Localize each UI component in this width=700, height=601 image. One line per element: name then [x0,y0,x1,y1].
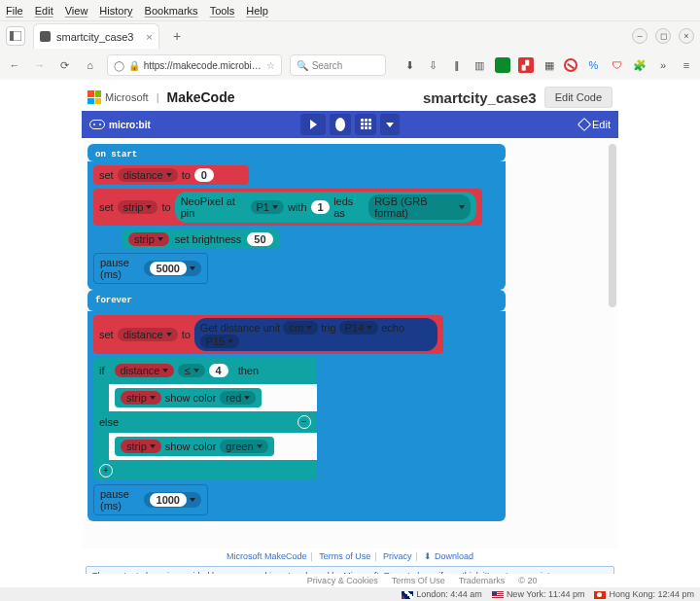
var-strip-dd[interactable]: strip [118,200,158,214]
workspace-scrollbar[interactable] [609,144,616,307]
var-distance-dd-3[interactable]: distance [115,364,175,377]
var-distance-dd[interactable]: distance [118,168,178,182]
menu-history[interactable]: History [99,5,132,17]
library-icon[interactable]: ||| [448,57,464,73]
edit-code-button[interactable]: Edit Code [544,87,612,108]
blocks-workspace[interactable]: on start set distance to 0 set strip [82,138,618,548]
else-label: else [99,416,119,428]
pause-5000-dd[interactable]: 5000 [144,261,201,276]
if-label: if [99,365,105,376]
nav-reload-button[interactable]: ⟳ [56,56,74,74]
menu-edit[interactable]: Edit [35,5,53,17]
menu-view[interactable]: View [65,5,88,17]
value-1[interactable]: 1 [311,200,331,214]
pin-p1-dd[interactable]: P1 [251,200,284,214]
sim-snapshot-button[interactable] [355,114,376,135]
value-4[interactable]: 4 [209,364,228,377]
compare-block[interactable]: distance ≤ 4 [109,361,234,380]
var-strip-dd-4[interactable]: strip [121,440,161,453]
downloads-tray-icon[interactable]: ⇩ [425,57,440,73]
extension-red-icon[interactable]: ▞ [518,57,534,73]
microbit-bar: micro:bit Edit [82,111,618,138]
footer-copyright: © 20 [518,576,537,585]
menu-file[interactable]: File [6,5,23,17]
nav-forward-button[interactable]: → [31,56,49,74]
strip-set-brightness[interactable]: strip set brightness 50 [122,230,500,249]
nav-back-button[interactable]: ← [6,56,23,74]
if-else-block[interactable]: if distance ≤ 4 then strip [93,358,317,480]
browser-tab[interactable]: smartcity_case3 × [33,23,159,49]
extension-green-icon[interactable] [495,57,510,73]
color-green-dd[interactable]: green [220,440,267,453]
on-start-block[interactable]: on start set distance to 0 set strip [88,144,506,290]
forever-label: forever [95,296,132,305]
op-le-dd[interactable]: ≤ [178,364,204,377]
pause-1000-dd[interactable]: 1000 [144,492,201,508]
set-strip-neopixel[interactable]: set strip to NeoPixel at pin P1 with 1 l… [93,189,482,226]
footer-privacy-cookies[interactable]: Privacy & Cookies [307,576,378,585]
extension-shield-icon[interactable]: 🛡 [609,57,624,73]
sim-restart-button[interactable] [330,114,351,135]
header-divider: | [157,91,159,103]
tab-title: smartcity_case3 [56,31,140,43]
microbit-logo[interactable]: micro:bit [89,120,151,130]
edit-button[interactable]: Edit [579,119,611,130]
set-distance-0[interactable]: set distance to 0 [93,165,249,185]
sidebar-toggle-button[interactable] [6,26,25,46]
play-button[interactable] [300,114,326,135]
unit-cm-dd[interactable]: cm [283,321,318,335]
nav-home-button[interactable]: ⌂ [82,56,99,74]
pause-5000[interactable]: pause (ms) 5000 [93,253,208,284]
add-else-if-button[interactable]: + [99,464,113,477]
neopixel-create[interactable]: NeoPixel at pin P1 with 1 leds as RGB (G… [175,192,476,223]
pause-1000[interactable]: pause (ms) 1000 [93,484,208,515]
strip-show-green[interactable]: strip show color green [115,437,274,456]
value-0[interactable]: 0 [194,168,214,182]
clock-hongkong: Hong Kong: 12:44 pm [594,589,694,599]
search-box[interactable]: 🔍 Search [290,54,387,76]
menu-tools[interactable]: Tools [210,5,235,17]
color-red-dd[interactable]: red [220,391,256,405]
extension-puzzle-icon[interactable]: 🧩 [632,57,648,73]
trig-p14-dd[interactable]: P14 [339,321,379,335]
footer-tou[interactable]: Terms Of Use [392,576,445,585]
overflow-chevrons-icon[interactable]: » [655,57,671,73]
reader-icon[interactable]: ▥ [472,57,487,73]
window-minimize-button[interactable]: – [632,28,648,44]
var-distance-dd-2[interactable]: distance [118,328,178,341]
get-distance-reporter[interactable]: Get distance unit cm trig P14 echo P15 [194,318,438,351]
remove-else-button[interactable]: − [298,415,311,429]
makecode-text: MakeCode [166,89,234,105]
menu-help[interactable]: Help [246,5,268,17]
browser-menubar: File Edit View History Bookmarks Tools H… [0,0,700,21]
sim-more-button[interactable] [380,114,400,135]
echo-p15-dd[interactable]: P15 [200,335,240,348]
lock-icon: 🔒 [128,60,140,71]
window-close-button[interactable]: × [679,28,694,44]
value-50[interactable]: 50 [247,232,272,246]
extension-grid-icon[interactable]: ▦ [542,57,557,73]
shield-icon: ◯ [114,60,124,71]
extension-link-icon[interactable]: % [585,57,601,73]
url-bar[interactable]: ◯ 🔒 https://makecode.microbit.org ☆ [107,54,282,76]
new-tab-button[interactable]: + [167,26,187,46]
footer-terms-link[interactable]: Terms of Use [319,551,370,561]
footer-privacy-link[interactable]: Privacy [383,551,412,561]
menu-bookmarks[interactable]: Bookmarks [145,5,198,17]
footer-tm[interactable]: Trademarks [459,576,506,585]
footer-download-link[interactable]: Download [435,551,473,561]
strip-show-red[interactable]: strip show color red [115,388,262,407]
download-icon[interactable]: ⬇ [402,57,417,73]
noentry-icon[interactable] [564,58,578,72]
tab-close-icon[interactable]: × [146,30,153,43]
rgb-format-dd[interactable]: RGB (GRB format) [368,194,471,220]
var-strip-dd-3[interactable]: strip [121,391,161,405]
window-maximize-button[interactable]: ◻ [655,28,671,44]
footer-makecode-link[interactable]: Microsoft MakeCode [227,551,307,561]
set-distance-sonar[interactable]: set distance to Get distance unit cm tri… [93,315,443,354]
forever-block[interactable]: forever set distance to Get distance uni… [88,290,506,521]
app-menu-button[interactable]: ≡ [679,57,694,73]
bookmark-star-icon[interactable]: ☆ [266,60,275,71]
then-label: then [238,365,259,376]
var-strip-dd-2[interactable]: strip [128,232,169,246]
